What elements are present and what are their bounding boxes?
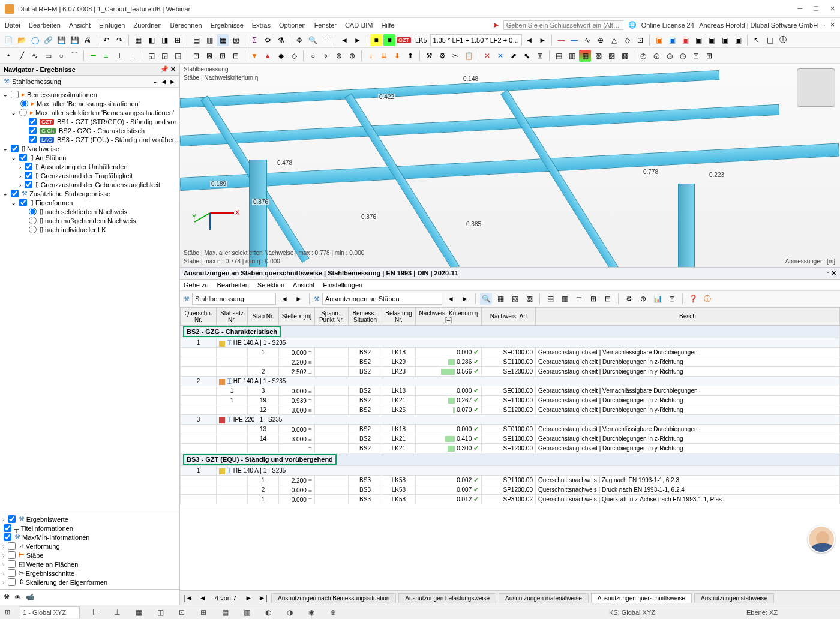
pt-b6-icon[interactable]: □	[573, 293, 585, 305]
prev-lc-icon[interactable]: ◄	[523, 34, 535, 46]
pt-combo2[interactable]: Ausnutzungen an Stäben	[322, 293, 442, 305]
menu-extras[interactable]: Extras	[252, 22, 271, 29]
orientation-cube[interactable]	[797, 68, 835, 107]
th-5[interactable]: Bemess.- Situation	[349, 308, 382, 326]
mem4-icon[interactable]: ⟂	[127, 50, 139, 62]
r6-icon[interactable]: ◇	[621, 34, 633, 46]
s2-icon[interactable]: ⊠	[203, 50, 215, 62]
th-7[interactable]: Nachweis- Kriterium η [–]	[416, 308, 482, 326]
nav-prev-icon[interactable]: ◄	[160, 78, 167, 85]
table-row[interactable]: ≡BS2LK21 0.300 ✔SE1200.00Gebrauchstaugli…	[181, 444, 840, 453]
pt-info2-icon[interactable]: ⓘ	[701, 293, 713, 305]
tool1-icon[interactable]: ◧	[145, 34, 157, 46]
m2-icon[interactable]: ▥	[566, 50, 578, 62]
nav-next-icon[interactable]: ►	[169, 78, 176, 85]
sb-9-icon[interactable]: ◐	[262, 606, 274, 618]
table-row[interactable]: 143.000 ≡BS2LK21 0.410 ✔SE1100.00Gebrauc…	[181, 434, 840, 444]
pt-find-icon[interactable]: 🔍	[480, 293, 492, 305]
cube-icon[interactable]: ◫	[764, 34, 776, 46]
save-icon[interactable]: 💾	[55, 34, 67, 46]
sup2-icon[interactable]: ▲	[262, 50, 274, 62]
surf1-icon[interactable]: ◱	[145, 50, 157, 62]
cb-as[interactable]	[19, 154, 27, 161]
redo-icon[interactable]: ↷	[113, 34, 125, 46]
new-icon[interactable]: 📄	[2, 34, 14, 46]
curve-icon[interactable]: ∿	[29, 50, 41, 62]
v6-icon[interactable]: ⊞	[703, 50, 715, 62]
pt-prev2-icon[interactable]: ◄	[445, 293, 457, 305]
pt-next2-icon[interactable]: ►	[459, 293, 471, 305]
fit-icon[interactable]: ⛶	[320, 34, 332, 46]
tree-grenzgebr[interactable]: Grenzzustand der Gebrauchstauglichkeit	[41, 181, 160, 188]
nav-tab2-icon[interactable]: 👁	[14, 594, 21, 601]
th-8[interactable]: Nachweis- Art	[482, 308, 536, 326]
pm-ansicht[interactable]: Ansicht	[293, 281, 314, 289]
cb-erw[interactable]	[8, 515, 16, 523]
m5-icon[interactable]: ▨	[605, 50, 617, 62]
table-row[interactable]: 22.502 ≡BS2LK23 0.566 ✔SE1200.00Gebrauch…	[181, 367, 840, 377]
menu-ergebnisse[interactable]: Ergebnisse	[211, 22, 244, 29]
rb-ef3[interactable]	[29, 226, 37, 233]
t2-icon[interactable]: ⚙	[436, 50, 448, 62]
l2-icon[interactable]: ⇊	[378, 50, 390, 62]
panel4-icon[interactable]: ▧	[230, 34, 242, 46]
tree-ef1[interactable]: nach selektiertem Nachweis	[45, 208, 127, 215]
3d-viewport[interactable]: Stahlbemessung Stäbe | Nachweiskriterium…	[180, 64, 840, 268]
pt-b9-icon[interactable]: ⚙	[623, 293, 635, 305]
menu-hilfe[interactable]: Hilfe	[381, 22, 394, 29]
pt-b10-icon[interactable]: ⊕	[637, 293, 649, 305]
v3-icon[interactable]: ◶	[664, 50, 676, 62]
table-row[interactable]: 20.000 ≡BS3LK58 0.007 ✔SP1200.00Querschn…	[181, 485, 840, 495]
results-table[interactable]: Querschn. Nr. Stabsatz Nr. Stab Nr. Stel…	[180, 307, 840, 590]
pm-bearbeiten[interactable]: Bearbeiten	[217, 281, 249, 289]
undo-icon[interactable]: ↶	[100, 34, 112, 46]
panel3-icon[interactable]: ▦	[217, 34, 229, 46]
nav2-icon[interactable]: ►	[352, 34, 364, 46]
table-row[interactable]: 12.200 ≡BS3LK58 0.002 ✔SP1100.00Querschn…	[181, 476, 840, 485]
sb-12-icon[interactable]: ⊕	[327, 606, 339, 618]
menu-berechnen[interactable]: Berechnen	[170, 22, 202, 29]
sb-7-icon[interactable]: ▤	[219, 606, 231, 618]
panel-pin-icon[interactable]: ▫	[827, 269, 829, 277]
next-lc-icon[interactable]: ►	[536, 34, 548, 46]
sup4-icon[interactable]: ◇	[288, 50, 300, 62]
sb-cs-icon[interactable]: ⊞	[5, 608, 10, 616]
opt-verformung[interactable]: Verformung	[26, 543, 60, 550]
lc1-icon[interactable]: ■	[370, 34, 382, 46]
pt-combo1[interactable]: Stahlbemessung	[192, 293, 276, 305]
th-3[interactable]: Stelle x [m]	[279, 308, 315, 326]
panel1-icon[interactable]: ▤	[190, 34, 202, 46]
nav-tab1-icon[interactable]: ⚒	[4, 593, 10, 601]
tab-0[interactable]: Ausnutzungen nach Bemessungssituation	[271, 593, 396, 603]
sb-cs-combo[interactable]: 1 - Global XYZ	[20, 606, 80, 618]
tree-ausn[interactable]: Ausnutzung der Umhüllenden	[41, 163, 128, 170]
cb-mm[interactable]	[4, 533, 11, 541]
tree-ef3[interactable]: nach individueller LK	[45, 226, 106, 233]
th-1[interactable]: Stabsatz Nr.	[217, 308, 248, 326]
cb-nw[interactable]	[11, 145, 19, 152]
menu-datei[interactable]: Datei	[5, 22, 20, 29]
calc-icon[interactable]: Σ	[248, 34, 260, 46]
cb-ausn[interactable]	[25, 163, 32, 170]
l3-icon[interactable]: ⬇	[391, 50, 403, 62]
a4-icon[interactable]: ▣	[692, 34, 704, 46]
sb-11-icon[interactable]: ◉	[305, 606, 317, 618]
t1-icon[interactable]: ⚒	[423, 50, 435, 62]
tree-nachweise[interactable]: Nachweise	[27, 145, 59, 152]
a5-icon[interactable]: ▣	[706, 34, 718, 46]
cb-bs1[interactable]	[29, 118, 37, 125]
search-input[interactable]	[503, 20, 623, 30]
sb-5-icon[interactable]: ⊡	[176, 606, 188, 618]
a2-icon[interactable]: ▣	[666, 34, 678, 46]
a7-icon[interactable]: ▣	[732, 34, 744, 46]
m3-icon[interactable]: ▦	[579, 50, 591, 62]
play-icon[interactable]: ▶	[494, 21, 499, 29]
mem3-icon[interactable]: ⊥	[113, 50, 125, 62]
assistant-avatar[interactable]	[808, 525, 835, 553]
surf2-icon[interactable]: ◲	[158, 50, 170, 62]
table-row[interactable]: 10.000 ≡BS2LK18 0.000 ✔SE0100.00Gebrauch…	[181, 348, 840, 357]
opt-staebe[interactable]: Stäbe	[26, 552, 44, 559]
tree-anstaeben[interactable]: An Stäben	[35, 154, 66, 161]
v4-icon[interactable]: ◷	[677, 50, 689, 62]
s1-icon[interactable]: ⊡	[190, 50, 202, 62]
